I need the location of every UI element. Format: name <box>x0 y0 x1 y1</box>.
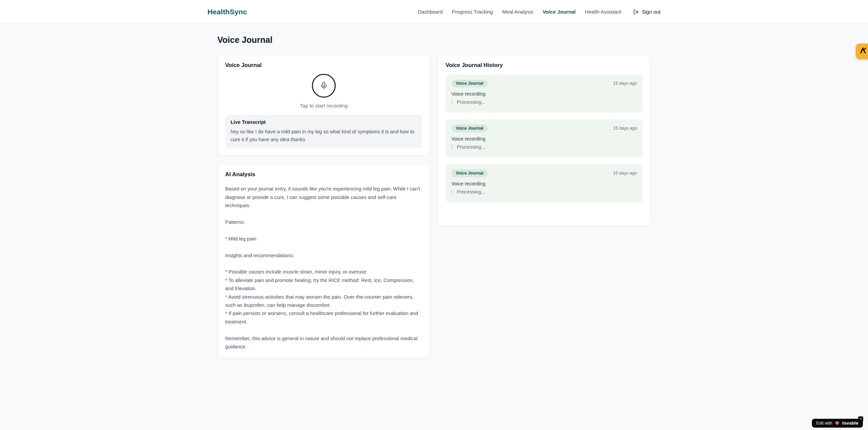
entry-type-badge: Voice Journal <box>451 125 488 132</box>
nav-item-health-assistant[interactable]: Health Assistant <box>585 9 621 15</box>
nav-item-meal-analysis[interactable]: Meal Analysis <box>502 9 533 15</box>
brand-logo[interactable]: HealthSync <box>207 8 247 16</box>
page-title: Voice Journal <box>217 35 651 45</box>
entry-title: Voice recording <box>451 136 637 142</box>
sign-out-label: Sign out <box>642 9 661 15</box>
entry-type-badge: Voice Journal <box>451 80 488 87</box>
entry-title: Voice recording <box>451 181 637 186</box>
nav-item-progress-tracking[interactable]: Progress Tracking <box>452 9 493 15</box>
voice-journal-history-card: Voice Journal History Voice Journal 15 d… <box>438 55 651 226</box>
ai-analysis-title: AI Analysis <box>225 171 422 178</box>
entry-timestamp: 15 days ago <box>613 126 637 131</box>
ai-paragraph: Patterns: <box>225 218 422 226</box>
nav-item-dashboard[interactable]: Dashboard <box>418 9 443 15</box>
recorder-card-title: Voice Journal <box>225 62 422 68</box>
edge-launcher-button[interactable] <box>856 44 868 59</box>
entry-timestamp: 15 days ago <box>613 81 637 86</box>
left-column: Voice Journal Tap to start recording <box>217 55 430 359</box>
microphone-icon <box>320 81 328 90</box>
ai-analysis-card: AI Analysis Based on your journal entry,… <box>217 164 430 359</box>
history-entry[interactable]: Voice Journal 15 days ago Voice recordin… <box>446 164 643 202</box>
edit-with-lovable-badge[interactable]: Edit with lovable × <box>812 419 863 428</box>
lovable-launcher-icon <box>859 47 867 56</box>
history-entries: Voice Journal 15 days ago Voice recordin… <box>446 75 643 202</box>
badge-brand-text: lovable <box>842 420 858 426</box>
nav-item-voice-journal[interactable]: Voice Journal <box>542 9 575 15</box>
heart-icon <box>835 421 840 426</box>
main-nav: Dashboard Progress Tracking Meal Analysi… <box>418 9 661 15</box>
logout-icon <box>633 9 639 15</box>
history-entry[interactable]: Voice Journal 15 days ago Voice recordin… <box>446 119 643 158</box>
top-navigation-bar: HealthSync Dashboard Progress Tracking M… <box>0 0 868 24</box>
entry-type-badge: Voice Journal <box>451 169 488 177</box>
entry-status: Processing... <box>451 99 637 105</box>
ai-paragraph: * Possible causes include muscle strain,… <box>225 268 422 326</box>
ai-paragraph: Insights and recommendations: <box>225 251 422 260</box>
entry-status: Processing... <box>451 189 637 195</box>
record-button[interactable] <box>312 74 336 98</box>
badge-prefix-text: Edit with <box>816 421 832 426</box>
ai-analysis-text: Based on your journal entry, it sounds l… <box>225 185 422 351</box>
ai-paragraph: Remember, this advice is general in natu… <box>225 334 422 351</box>
voice-recorder-card: Voice Journal Tap to start recording <box>217 55 430 156</box>
sign-out-button[interactable]: Sign out <box>633 9 661 15</box>
live-transcript-box: Live Transcript hey so like I do have a … <box>225 115 422 149</box>
ai-paragraph: * Mild leg pain <box>225 235 422 243</box>
tap-to-record-hint: Tap to start recording <box>300 103 348 109</box>
main-content: Voice Journal Voice Journal <box>217 24 651 359</box>
history-entry[interactable]: Voice Journal 15 days ago Voice recordin… <box>446 75 643 113</box>
live-transcript-text: hey so like I do have a mild pain in my … <box>231 128 417 144</box>
close-icon[interactable]: × <box>858 416 863 421</box>
right-column: Voice Journal History Voice Journal 15 d… <box>438 55 651 226</box>
history-card-title: Voice Journal History <box>446 62 643 68</box>
entry-title: Voice recording <box>451 91 637 97</box>
entry-status: Processing... <box>451 144 637 150</box>
entry-timestamp: 15 days ago <box>613 170 637 176</box>
ai-paragraph: Based on your journal entry, it sounds l… <box>225 185 422 210</box>
live-transcript-title: Live Transcript <box>231 119 417 125</box>
